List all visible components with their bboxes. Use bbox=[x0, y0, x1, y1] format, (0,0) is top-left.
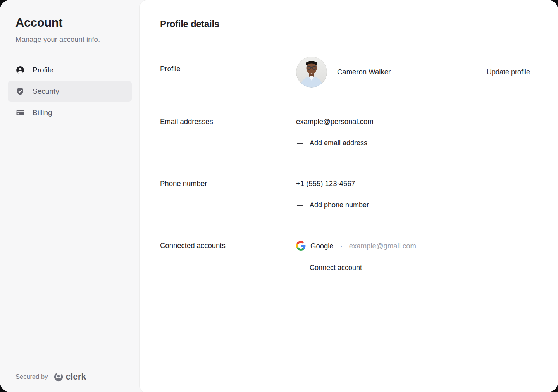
add-email-label: Add email address bbox=[310, 139, 367, 147]
connected-email: example@gmail.com bbox=[349, 242, 416, 250]
sidebar-item-billing[interactable]: Billing bbox=[8, 102, 132, 123]
connect-account-label: Connect account bbox=[310, 264, 362, 272]
page-subtitle: Manage your account info. bbox=[16, 35, 124, 44]
add-email-button[interactable]: Add email address bbox=[296, 139, 374, 147]
shield-check-icon bbox=[16, 87, 25, 96]
sidebar: Account Manage your account info. bbox=[0, 0, 140, 392]
clerk-logo-icon bbox=[53, 372, 64, 382]
email-row: Email addresses example@personal.com Add… bbox=[160, 99, 538, 161]
profile-details-panel: Profile details Profile bbox=[140, 0, 558, 392]
account-card: Account Manage your account info. bbox=[0, 0, 558, 392]
profile-row-label: Profile bbox=[160, 57, 296, 73]
profile-identity: Cameron Walker bbox=[296, 57, 391, 88]
avatar bbox=[296, 57, 327, 88]
sidebar-item-profile[interactable]: Profile bbox=[8, 60, 132, 81]
secured-by-footer: Secured by clerk bbox=[16, 371, 86, 382]
sidebar-item-security[interactable]: Security bbox=[8, 81, 132, 102]
connected-accounts-row: Connected accounts Google · bbox=[160, 223, 538, 285]
connected-row-label: Connected accounts bbox=[160, 241, 296, 250]
phone-row-label: Phone number bbox=[160, 179, 296, 188]
sidebar-nav: Profile Security bbox=[8, 60, 132, 123]
sidebar-item-label: Security bbox=[33, 87, 59, 96]
email-value: example@personal.com bbox=[296, 117, 374, 126]
profile-row: Profile bbox=[160, 43, 538, 99]
dot-separator: · bbox=[338, 242, 344, 250]
section-title: Profile details bbox=[160, 18, 538, 29]
user-name: Cameron Walker bbox=[337, 68, 391, 76]
secured-by-label: Secured by bbox=[16, 373, 48, 380]
phone-row: Phone number +1 (555) 123-4567 Add phone… bbox=[160, 161, 538, 223]
screen: Account Manage your account info. bbox=[0, 0, 558, 392]
plus-icon bbox=[296, 139, 304, 147]
provider-name: Google bbox=[310, 242, 334, 250]
google-account-item: Google · example@gmail.com bbox=[296, 241, 416, 251]
plus-icon bbox=[296, 264, 304, 272]
plus-icon bbox=[296, 201, 304, 209]
credit-card-icon bbox=[16, 108, 25, 117]
clerk-wordmark: clerk bbox=[65, 371, 86, 382]
page-title: Account bbox=[16, 15, 124, 30]
add-phone-label: Add phone number bbox=[310, 201, 369, 209]
user-icon bbox=[16, 65, 25, 75]
connect-account-button[interactable]: Connect account bbox=[296, 264, 416, 272]
sidebar-item-label: Profile bbox=[33, 66, 53, 74]
sidebar-item-label: Billing bbox=[33, 108, 52, 117]
phone-value: +1 (555) 123-4567 bbox=[296, 179, 369, 188]
add-phone-button[interactable]: Add phone number bbox=[296, 201, 369, 209]
google-icon bbox=[296, 241, 306, 251]
update-profile-button[interactable]: Update profile bbox=[487, 68, 530, 76]
email-row-label: Email addresses bbox=[160, 117, 296, 126]
